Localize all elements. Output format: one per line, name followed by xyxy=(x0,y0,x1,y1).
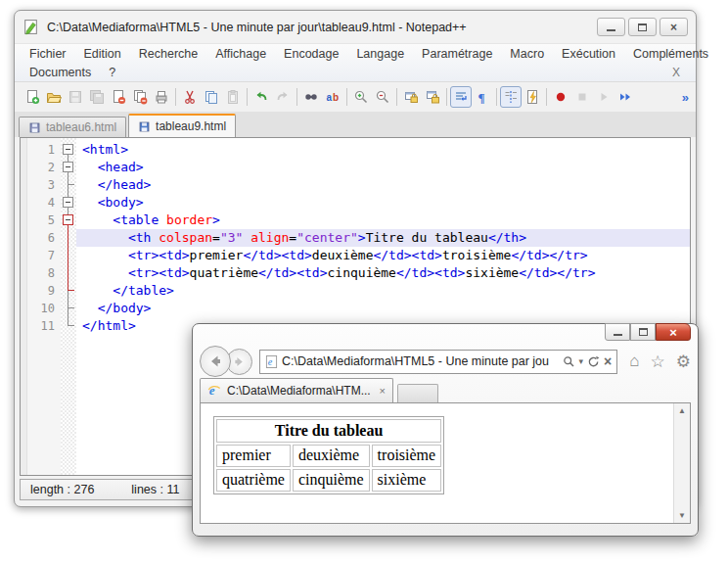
toolbar-separator xyxy=(175,88,176,106)
npp-titlebar[interactable]: C:\Data\Mediaforma\HTML5 - Une minute pa… xyxy=(15,11,696,43)
settings-icon[interactable]: ⚙ xyxy=(676,352,691,372)
code-line-4[interactable]: <body> xyxy=(76,194,690,212)
zoom-out-button[interactable] xyxy=(372,86,393,108)
toolbar-separator xyxy=(546,88,547,106)
print-button[interactable] xyxy=(151,86,172,108)
zoom-in-button[interactable] xyxy=(350,86,372,108)
code-line-9[interactable]: </table> xyxy=(76,282,690,300)
menubar-close-x[interactable]: X xyxy=(662,66,690,79)
refresh-icon[interactable] xyxy=(587,355,600,368)
status-length: length : 276 xyxy=(30,483,94,496)
fold-marker-cell[interactable] xyxy=(61,141,76,159)
fold-marker-cell[interactable] xyxy=(61,282,76,300)
open-file-button[interactable] xyxy=(43,86,65,108)
scroll-up-icon[interactable]: ▲ xyxy=(678,406,686,415)
stop-icon[interactable]: × xyxy=(604,353,612,369)
npp-fold-margin[interactable] xyxy=(61,138,76,475)
menu-item-macro[interactable]: Macro xyxy=(501,47,553,61)
back-button[interactable] xyxy=(200,346,231,377)
save-button xyxy=(65,86,86,108)
scroll-down-icon[interactable]: ▼ xyxy=(678,511,686,520)
cut-button[interactable] xyxy=(179,86,201,108)
menu-item-compléments[interactable]: Compléments xyxy=(624,47,717,61)
line-number: 7 xyxy=(27,247,55,264)
fold-marker-cell[interactable] xyxy=(61,229,76,247)
indent-guide-button[interactable] xyxy=(500,86,522,108)
ie-vertical-scrollbar[interactable]: ▲ ▼ xyxy=(673,403,690,523)
menu-item-paramétrage[interactable]: Paramétrage xyxy=(413,47,501,61)
copy-icon xyxy=(204,89,219,105)
menu-item-help[interactable]: ? xyxy=(100,66,124,79)
address-dropdown-icon[interactable]: ▾ xyxy=(579,356,584,366)
fold-marker-cell[interactable] xyxy=(61,194,76,212)
ie-minimize-button[interactable] xyxy=(605,323,630,341)
npp-maximize-button[interactable] xyxy=(628,18,657,36)
replace-button[interactable]: ab xyxy=(322,86,343,108)
npp-close-button[interactable]: × xyxy=(660,18,688,36)
fold-marker-cell[interactable] xyxy=(61,247,76,264)
doc-map-button[interactable] xyxy=(522,86,543,108)
search-icon[interactable] xyxy=(563,355,575,368)
favorites-icon[interactable]: ☆ xyxy=(651,352,665,372)
fold-marker-cell[interactable] xyxy=(61,317,76,335)
undo-button[interactable] xyxy=(250,86,272,108)
ie-tab[interactable]: e C:\Data\Mediaforma\HTM... × xyxy=(200,378,393,402)
word-wrap-icon xyxy=(453,89,469,105)
document-tab-tableau6.html[interactable]: tableau6.html xyxy=(19,117,126,137)
sync-vertical-button[interactable] xyxy=(400,86,422,108)
menu-item-encodage[interactable]: Encodage xyxy=(275,47,347,61)
npp-menubar: FichierEditionRechercheAffichageEncodage… xyxy=(15,43,696,82)
code-line-6[interactable]: <th colspan="3" align="center">Titre du … xyxy=(76,229,690,247)
word-wrap-button[interactable] xyxy=(450,86,472,108)
sync-horizontal-icon xyxy=(425,89,440,105)
fold-marker-cell[interactable] xyxy=(61,159,76,176)
toolbar-overflow-chevron[interactable]: » xyxy=(682,90,689,105)
code-line-8[interactable]: <tr><td>quatrième</td><td>cinquième</td>… xyxy=(76,264,690,282)
find-button[interactable] xyxy=(300,86,322,108)
play-macro-button xyxy=(593,86,614,108)
show-all-characters-button[interactable]: ¶ xyxy=(472,86,493,108)
fold-collapse-icon xyxy=(63,144,73,155)
menu-item-langage[interactable]: Langage xyxy=(347,47,413,61)
new-tab-button[interactable] xyxy=(397,384,438,402)
menu-item-fichier[interactable]: Fichier xyxy=(21,47,75,61)
sync-horizontal-button[interactable] xyxy=(422,86,443,108)
code-line-10[interactable]: </body> xyxy=(76,300,690,317)
menu-item-exécution[interactable]: Exécution xyxy=(553,47,624,61)
fold-collapse-icon xyxy=(63,197,73,208)
close-file-button[interactable] xyxy=(108,86,129,108)
home-icon[interactable]: ⌂ xyxy=(629,352,639,371)
ie-tab-close-icon[interactable]: × xyxy=(380,385,386,397)
zoom-out-icon xyxy=(375,89,390,105)
save-all-button xyxy=(86,86,108,108)
fold-marker-cell[interactable] xyxy=(61,176,76,194)
fold-marker-cell[interactable] xyxy=(61,264,76,282)
menu-item-affichage[interactable]: Affichage xyxy=(206,47,275,61)
code-segment: > xyxy=(358,230,366,245)
ie-close-button[interactable]: × xyxy=(656,323,691,341)
new-file-button[interactable] xyxy=(22,86,43,108)
ie-tab-title: C:\Data\Mediaforma\HTM... xyxy=(227,384,374,398)
ie-maximize-button[interactable] xyxy=(630,323,656,341)
line-number: 9 xyxy=(27,282,55,300)
address-bar[interactable]: e C:\Data\Mediaforma\HTML5 - Une minute … xyxy=(259,350,617,374)
code-line-5[interactable]: <table border> xyxy=(76,212,690,229)
code-line-7[interactable]: <tr><td>premier</td><td>deuxième</td><td… xyxy=(76,247,690,264)
record-macro-button[interactable] xyxy=(550,86,571,108)
code-line-2[interactable]: <head> xyxy=(76,159,690,176)
npp-minimize-button[interactable] xyxy=(597,18,625,36)
code-segment: </td><td> xyxy=(373,248,441,262)
code-line-1[interactable]: <html> xyxy=(76,141,690,159)
run-macro-multiple-button[interactable] xyxy=(614,86,636,108)
fold-marker-cell[interactable] xyxy=(61,300,76,317)
document-tab-tableau9.html[interactable]: tableau9.html xyxy=(128,114,236,137)
copy-button[interactable] xyxy=(201,86,222,108)
close-all-button[interactable] xyxy=(129,86,151,108)
saved-file-icon xyxy=(28,121,41,134)
menu-item-documents[interactable]: Documents xyxy=(21,66,100,79)
fold-marker-cell[interactable] xyxy=(61,212,76,229)
toolbar-separator xyxy=(396,88,397,106)
menu-item-recherche[interactable]: Recherche xyxy=(130,47,206,61)
menu-item-edition[interactable]: Edition xyxy=(75,47,130,61)
code-line-3[interactable]: </head> xyxy=(76,176,690,194)
